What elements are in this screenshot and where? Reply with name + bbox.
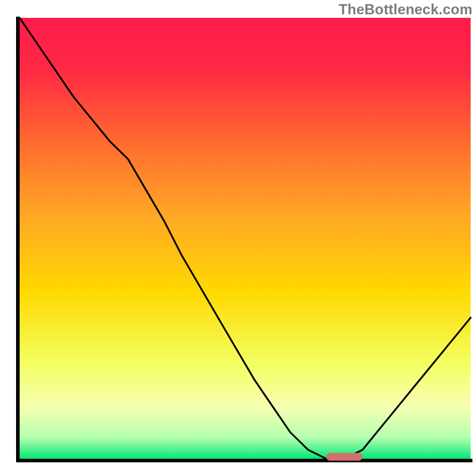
bottleneck-chart: TheBottleneck.com	[0, 0, 476, 476]
plot-background	[20, 18, 471, 459]
chart-svg	[0, 0, 476, 476]
optimal-range-marker	[326, 453, 362, 461]
watermark-text: TheBottleneck.com	[339, 1, 472, 18]
